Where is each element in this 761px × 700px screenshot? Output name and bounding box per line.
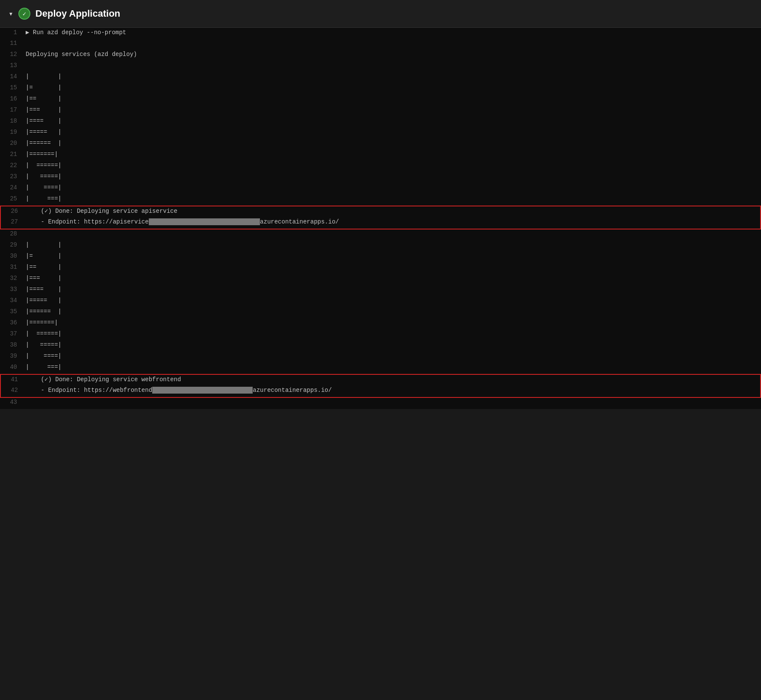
line-content: |====== | <box>26 308 761 315</box>
table-row: 14| | <box>0 72 761 83</box>
line-content: | ===| <box>26 364 761 371</box>
table-row: 27 - Endpoint: https://apiservice azurec… <box>1 218 760 229</box>
table-row: 37| ======| <box>0 329 761 341</box>
table-row: 12Deploying services (azd deploy) <box>0 50 761 61</box>
line-number: 25 <box>0 195 26 202</box>
line-number: 1 <box>0 29 26 36</box>
table-row: 39| ====| <box>0 352 761 363</box>
line-number: 11 <box>0 40 26 47</box>
table-row: 23| =====| <box>0 172 761 183</box>
table-row: 21|=======| <box>0 150 761 161</box>
table-row: 22| ======| <box>0 161 761 172</box>
table-row: 15|= | <box>0 83 761 94</box>
line-number: 36 <box>0 319 26 326</box>
log-content: 1▶ Run azd deploy --no-prompt1112Deployi… <box>0 28 761 409</box>
table-row: 17|=== | <box>0 106 761 117</box>
table-row: 34|===== | <box>0 296 761 307</box>
table-row: 20|====== | <box>0 139 761 150</box>
highlight-block: 26 (✓) Done: Deploying service apiservic… <box>0 206 761 229</box>
line-content: | | <box>26 241 761 248</box>
line-content: | =====| <box>26 173 761 180</box>
table-row: 42 - Endpoint: https://webfrontend azure… <box>1 386 760 397</box>
line-number: 22 <box>0 162 26 169</box>
line-number: 13 <box>0 62 26 69</box>
line-content: |====== | <box>26 140 761 147</box>
line-content: |=======| <box>26 151 761 158</box>
line-number: 39 <box>0 353 26 359</box>
line-content: (✓) Done: Deploying service apiservice <box>27 207 760 215</box>
line-content: ▶ Run azd deploy --no-prompt <box>26 29 761 36</box>
line-number: 29 <box>0 241 26 248</box>
line-content: |= | <box>26 84 761 91</box>
table-row: 33|==== | <box>0 285 761 296</box>
line-number: 12 <box>0 51 26 58</box>
line-content: |== | <box>26 264 761 271</box>
line-content: | ====| <box>26 353 761 359</box>
line-number: 30 <box>0 253 26 259</box>
line-number: 34 <box>0 297 26 304</box>
line-content: |===== | <box>26 129 761 135</box>
status-check-icon: ✓ <box>18 8 30 20</box>
line-number: 35 <box>0 308 26 315</box>
line-content: Deploying services (azd deploy) <box>26 51 761 58</box>
line-content: |= | <box>26 253 761 259</box>
line-content: |=== | <box>26 106 761 113</box>
table-row: 16|== | <box>0 94 761 106</box>
line-number: 24 <box>0 184 26 191</box>
line-number: 26 <box>1 208 27 215</box>
table-row: 25| ===| <box>0 194 761 206</box>
table-row: 32|=== | <box>0 274 761 285</box>
table-row: 1▶ Run azd deploy --no-prompt <box>0 28 761 39</box>
table-row: 26 (✓) Done: Deploying service apiservic… <box>1 206 760 218</box>
table-row: 38| =====| <box>0 341 761 352</box>
table-row: 30|= | <box>0 252 761 263</box>
line-content: | ======| <box>26 162 761 169</box>
table-row: 28 <box>0 229 761 241</box>
line-content: | ====| <box>26 184 761 191</box>
line-number: 23 <box>0 173 26 180</box>
line-number: 19 <box>0 129 26 135</box>
line-number: 21 <box>0 151 26 158</box>
table-row: 24| ====| <box>0 183 761 194</box>
line-number: 20 <box>0 140 26 147</box>
line-number: 18 <box>0 118 26 124</box>
table-row: 43 <box>0 398 761 409</box>
line-content: | ===| <box>26 195 761 202</box>
line-number: 14 <box>0 73 26 80</box>
line-number: 27 <box>1 218 27 225</box>
highlight-block: 41 (✓) Done: Deploying service webfronte… <box>0 374 761 398</box>
table-row: 41 (✓) Done: Deploying service webfronte… <box>1 375 760 386</box>
table-row: 13 <box>0 61 761 72</box>
table-row: 18|==== | <box>0 117 761 128</box>
line-content: |=======| <box>26 319 761 326</box>
line-content: | ======| <box>26 330 761 337</box>
line-content: |==== | <box>26 118 761 124</box>
line-content: - Endpoint: https://apiservice azurecont… <box>27 218 760 225</box>
table-row: 19|===== | <box>0 128 761 139</box>
line-content: | =====| <box>26 341 761 348</box>
line-content: | | <box>26 73 761 80</box>
line-number: 43 <box>0 399 26 406</box>
line-content: - Endpoint: https://webfrontend azurecon… <box>27 387 760 394</box>
line-content: (✓) Done: Deploying service webfrontend <box>27 376 760 383</box>
line-number: 33 <box>0 286 26 293</box>
page-title: Deploy Application <box>35 8 120 19</box>
line-number: 28 <box>0 230 26 237</box>
header-bar: ▾ ✓ Deploy Application <box>0 0 761 28</box>
table-row: 11 <box>0 39 761 50</box>
table-row: 31|== | <box>0 263 761 274</box>
table-row: 29| | <box>0 241 761 252</box>
line-number: 41 <box>1 376 27 383</box>
line-number: 31 <box>0 264 26 271</box>
line-number: 38 <box>0 341 26 348</box>
line-number: 15 <box>0 84 26 91</box>
line-number: 37 <box>0 330 26 337</box>
table-row: 40| ===| <box>0 363 761 374</box>
line-content: |=== | <box>26 275 761 282</box>
line-content: |===== | <box>26 297 761 304</box>
line-number: 40 <box>0 364 26 371</box>
line-number: 16 <box>0 95 26 102</box>
chevron-icon[interactable]: ▾ <box>9 9 13 18</box>
line-content: |== | <box>26 95 761 102</box>
line-number: 32 <box>0 275 26 282</box>
